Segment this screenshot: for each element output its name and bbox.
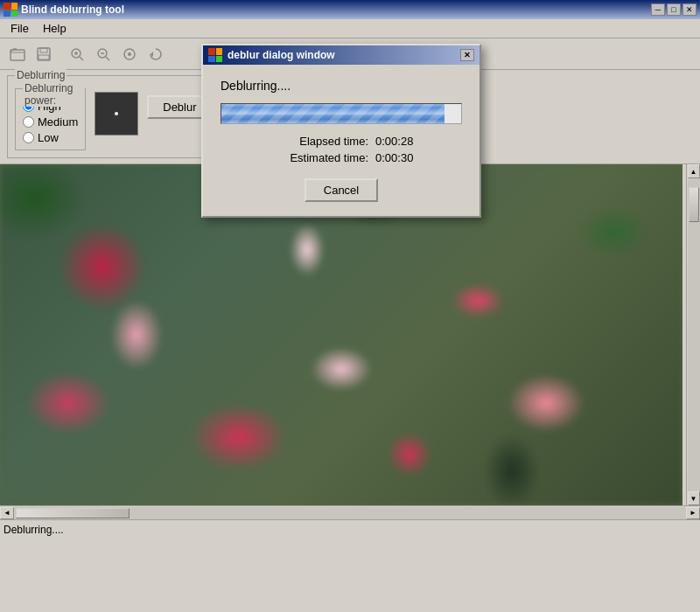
progress-bar-fill — [221, 104, 444, 123]
dialog-overlay: deblur dialog window ✕ Deblurring.... El… — [0, 0, 700, 612]
dialog-title-left: deblur dialog window — [208, 48, 335, 62]
estimated-label: Estimated time: — [255, 151, 368, 164]
time-info: Elapsed time: 0:00:28 Estimated time: 0:… — [220, 135, 462, 164]
estimated-value: 0:00:30 — [375, 151, 428, 164]
dialog-title-bar: deblur dialog window ✕ — [203, 45, 480, 65]
dialog-title-text: deblur dialog window — [228, 49, 335, 61]
elapsed-value: 0:00:28 — [375, 135, 428, 148]
dialog-status: Deblurring.... — [220, 79, 290, 93]
estimated-row: Estimated time: 0:00:30 — [255, 151, 428, 164]
dialog-close-button[interactable]: ✕ — [460, 49, 474, 61]
progress-bar-container — [220, 103, 462, 124]
dialog-icon — [208, 48, 222, 62]
dialog-body: Deblurring.... Elapsed time: 0:00:28 Est… — [203, 65, 480, 216]
cancel-button[interactable]: Cancel — [304, 178, 378, 202]
deblur-dialog: deblur dialog window ✕ Deblurring.... El… — [201, 44, 481, 218]
elapsed-label: Elapsed time: — [255, 135, 368, 148]
elapsed-row: Elapsed time: 0:00:28 — [255, 135, 428, 148]
